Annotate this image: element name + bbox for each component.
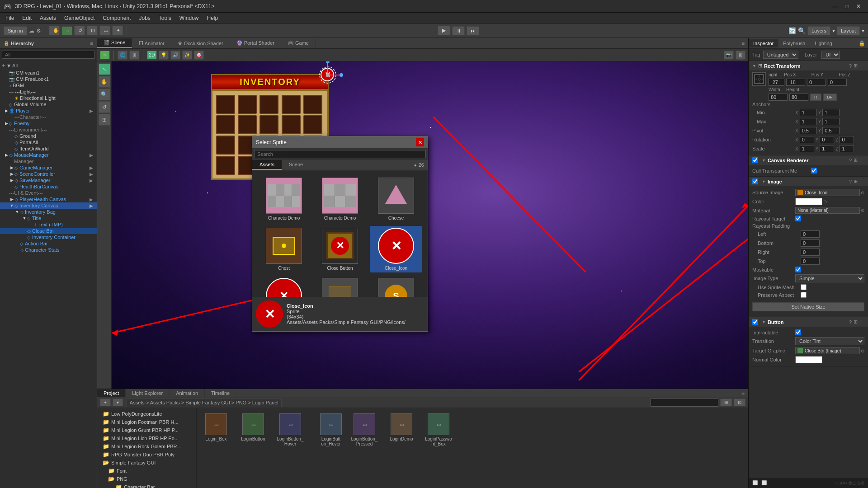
tab-light-explorer[interactable]: Light Explorer [126, 389, 170, 397]
list-item[interactable]: ◇Inventory Container [0, 234, 97, 240]
more-icon-2[interactable]: ⋮ [859, 157, 864, 163]
tool-rotate2[interactable]: ↺ [99, 101, 110, 113]
asset-file-loginbuttonhover[interactable]: ▭ LoginButton_Hover [274, 412, 306, 448]
edit-icon-2[interactable]: ⊞ [854, 157, 858, 163]
image-header[interactable]: ▼ Image ? ⊞ ⋮ [749, 177, 868, 186]
sprite-item[interactable]: CharacterDemo [314, 176, 366, 222]
search-asset-btn[interactable]: ▾ [113, 399, 123, 406]
menu-tools[interactable]: Tools [155, 14, 175, 22]
use-sprite-mesh-checkbox[interactable] [801, 284, 807, 290]
menu-component[interactable]: Component [99, 14, 134, 22]
tab-portal[interactable]: 🔮 Portal Shader [230, 39, 281, 47]
scale-z-input[interactable] [840, 145, 854, 152]
inspector-tab-inspector[interactable]: Inspector [749, 39, 778, 47]
view-fx[interactable]: ✨ [182, 51, 192, 60]
rot-y-input[interactable] [820, 136, 834, 143]
asset-search-input[interactable] [651, 399, 718, 407]
edit-icon-4[interactable]: ⊞ [854, 319, 858, 325]
sprite-item[interactable]: Cheese [370, 176, 422, 222]
maskable-checkbox[interactable] [795, 267, 801, 272]
target-graphic-target-icon[interactable]: ⊙ [861, 348, 864, 353]
sprite-item[interactable]: S [370, 276, 422, 297]
hierarchy-close-btn[interactable]: ◇Close Btn [0, 228, 97, 234]
raycast-target-checkbox[interactable] [795, 216, 801, 221]
list-item[interactable]: ◇ItemOnWorld [0, 145, 97, 152]
inspector-tab-lighting[interactable]: Lighting [810, 39, 837, 47]
min-y-input[interactable] [822, 109, 840, 116]
sprite-item-close-icon[interactable]: ✕ Close_Icon [370, 226, 422, 272]
layout-dropdown-icon[interactable]: ▾ [862, 28, 864, 34]
asset-file-item[interactable]: ▭ Login_Box [200, 412, 232, 443]
scale-x-input[interactable] [800, 145, 814, 152]
tab-occlusion[interactable]: 👁 Occlusion Shader [171, 39, 230, 47]
source-image-target-icon[interactable]: ⊙ [861, 190, 864, 195]
list-item[interactable]: 📷CM FreeLook1 [0, 76, 97, 82]
asset-folder-item[interactable]: 📁Low PolyDungeonsLite [97, 410, 196, 418]
tool-hand2[interactable]: ✋ [99, 76, 110, 88]
source-image-field[interactable]: Close_Icon [795, 189, 860, 196]
list-item[interactable]: —---Light--- [0, 89, 97, 95]
tab-timeline[interactable]: Timeline [205, 389, 236, 397]
menu-jobs[interactable]: Jobs [135, 14, 154, 22]
target-graphic-field[interactable]: Close Btn (Image) [795, 347, 860, 354]
asset-file-item[interactable]: ▭ LoginButton_Pressed [349, 412, 380, 448]
inventory-cell[interactable] [282, 95, 301, 114]
tool-rect[interactable]: ▭ [99, 26, 110, 35]
pivot-x-input[interactable] [800, 127, 817, 134]
canvas-renderer-header[interactable]: ▼ Canvas Renderer ? ⊞ ⋮ [749, 155, 868, 165]
set-native-size-btn[interactable]: Set Native Size [752, 302, 864, 311]
list-item[interactable]: ◇Character Stats [0, 247, 97, 253]
view-audio[interactable]: 🔊 [170, 51, 180, 60]
asset-folder-font[interactable]: 📁Font [97, 467, 196, 475]
inventory-cell[interactable] [259, 115, 278, 134]
color-target-icon[interactable]: ⊙ [823, 199, 827, 204]
inventory-cell[interactable] [216, 115, 235, 134]
button-enable-checkbox[interactable] [752, 319, 758, 325]
asset-folder-charbar[interactable]: 📁Character Bar [97, 483, 196, 488]
menu-window[interactable]: Window [176, 14, 203, 22]
inventory-cell[interactable] [216, 95, 235, 114]
asset-folder-item[interactable]: 📁Mini Legion Lich PBR HP Po... [97, 434, 196, 442]
gizmo-pivot[interactable]: ⊞ [129, 51, 139, 60]
menu-file[interactable]: File [2, 14, 18, 22]
button-header[interactable]: ▼ Button ? ⊞ ⋮ [749, 317, 868, 327]
sprite-item[interactable]: CharacterDemo [258, 176, 310, 222]
list-item[interactable]: ▶◇Enemy [0, 120, 97, 127]
scene-menu-icon[interactable]: ≡ [738, 40, 748, 47]
signin-btn[interactable]: Sign in [4, 26, 27, 35]
asset-file-item[interactable]: ▭ LoginPassword_Box [423, 412, 454, 448]
width-input[interactable] [769, 94, 788, 101]
asset-folder-simple-fantasy[interactable]: 📂Simple Fantasy GUI [97, 459, 196, 467]
list-item[interactable]: ▶◇GameManager▶ [0, 164, 97, 171]
list-item[interactable]: ▶👤Player▶ [0, 108, 97, 114]
list-item[interactable]: ◇PortalAll [0, 139, 97, 145]
list-item[interactable]: TText (TMP) [0, 221, 97, 228]
menu-assets[interactable]: Assets [36, 14, 60, 22]
more-icon-3[interactable]: ⋮ [859, 178, 864, 184]
asset-view-icon-btn[interactable]: ⊞ [720, 399, 732, 406]
asset-folder-item[interactable]: 📁Mini Legion Footman PBR H... [97, 418, 196, 426]
tag-select[interactable]: Untagged [763, 51, 798, 59]
inventory-cell[interactable] [303, 95, 322, 114]
asset-folder-png[interactable]: 📂PNG [97, 475, 196, 483]
list-item[interactable]: ---UI & Event--- [0, 190, 97, 196]
sprite-item[interactable]: ✕ Close Button [314, 226, 366, 272]
tool-hand[interactable]: ✋ [49, 26, 60, 35]
sprite-item[interactable]: ✕ [258, 276, 310, 297]
list-item[interactable]: ---Environment--- [0, 127, 97, 133]
normal-color-swatch[interactable] [795, 356, 822, 363]
scale-y-input[interactable] [820, 145, 834, 152]
hierarchy-search-input[interactable] [2, 51, 95, 59]
list-item[interactable]: ◇Action Bar [0, 240, 97, 247]
more-icon-4[interactable]: ⋮ [859, 319, 864, 325]
tool-cursor[interactable]: ↖ [99, 63, 110, 75]
tool-move[interactable]: ↔ [61, 26, 72, 35]
list-item[interactable]: ▼◇Inventory Bag [0, 209, 97, 215]
pos-x-input[interactable] [786, 79, 805, 86]
pivot-y-input[interactable] [822, 127, 840, 134]
color-swatch[interactable] [795, 198, 822, 205]
preserve-aspect-checkbox[interactable] [801, 292, 807, 298]
menu-gameobject[interactable]: GameObject [61, 14, 98, 22]
canvas-renderer-enable-checkbox[interactable] [752, 157, 758, 163]
material-target-icon[interactable]: ⊙ [861, 208, 864, 213]
